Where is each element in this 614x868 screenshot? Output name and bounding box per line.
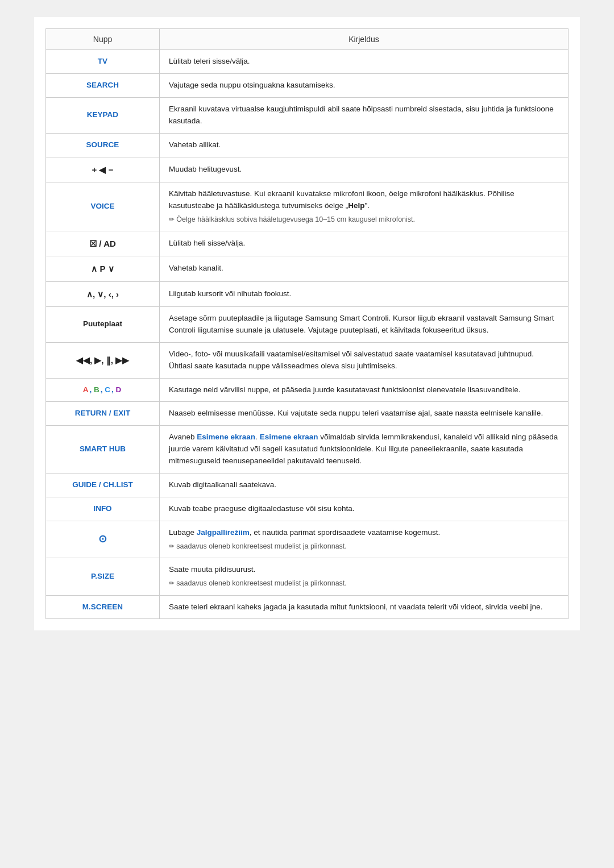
note-text: Öelge häälkäsklus sobiva hääletugevusega… — [169, 214, 559, 225]
table-row: GUIDE / CH.LISTKuvab digitaalkanali saat… — [46, 474, 569, 497]
table-row: INFOKuvab teabe praeguse digitaaledastus… — [46, 497, 569, 521]
table-row: KEYPADEkraanil kuvatava virtuaalse kaugj… — [46, 97, 569, 133]
description-cell-navigate: Liigutab kursorit või nihutab fookust. — [160, 281, 569, 306]
table-row: RETURN / EXITNaaseb eelmisesse menüüsse.… — [46, 402, 569, 426]
description-cell-volume: Muudab helitugevust. — [160, 157, 569, 182]
button-cell-psize: P.SIZE — [46, 558, 160, 595]
col-header-nupp: Nupp — [46, 29, 160, 50]
button-cell-navigate: ∧, ∨, ‹, › — [46, 281, 160, 306]
table-row: VOICEKäivitab hääletuvastuse. Kui ekraan… — [46, 182, 569, 231]
description-cell-mscreen: Saate teleri ekraani kaheks jagada ja ka… — [160, 595, 569, 619]
description-cell-smart_hub: Avaneb Esimene ekraan. Esimene ekraan võ… — [160, 426, 569, 474]
button-cell-info: INFO — [46, 497, 160, 521]
description-cell-sport: Lubage Jalgpallirežiim, et nautida parim… — [160, 521, 569, 558]
button-cell-media: ◀◀, ▶, ‖, ▶▶ — [46, 342, 160, 378]
btn-b: B — [94, 384, 99, 396]
button-cell-source: SOURCE — [46, 133, 160, 157]
button-cell-volume: + ◀ − — [46, 157, 160, 182]
description-cell-keypad: Ekraanil kuvatava virtuaalse kaugjuhtimi… — [160, 97, 569, 133]
description-cell-search: Vajutage seda nuppu otsinguakna kasutami… — [160, 73, 569, 97]
description-cell-psize: Saate muuta pildisuurust.saadavus oleneb… — [160, 558, 569, 595]
button-cell-search: SEARCH — [46, 73, 160, 97]
button-cell-ad: ☒ / AD — [46, 231, 160, 256]
description-cell-source: Vahetab allikat. — [160, 133, 569, 157]
btn-c: C — [105, 384, 110, 396]
note-text: saadavus oleneb konkreetsest mudelist ja… — [169, 578, 559, 589]
table-row: ∧, ∨, ‹, ›Liigutab kursorit või nihutab … — [46, 281, 569, 306]
button-cell-guide: GUIDE / CH.LIST — [46, 474, 160, 497]
table-row: SMART HUBAvaneb Esimene ekraan. Esimene … — [46, 426, 569, 474]
table-row: SOURCEVahetab allikat. — [46, 133, 569, 157]
button-cell-smart_hub: SMART HUB — [46, 426, 160, 474]
table-row: + ◀ −Muudab helitugevust. — [46, 157, 569, 182]
description-cell-tv: Lülitab teleri sisse/välja. — [160, 50, 569, 74]
table-row: TVLülitab teleri sisse/välja. — [46, 50, 569, 74]
button-cell-sport: ⊙ — [46, 521, 160, 558]
button-cell-voice: VOICE — [46, 182, 160, 231]
table-row: ◀◀, ▶, ‖, ▶▶Video-, foto- või muusikafai… — [46, 342, 569, 378]
table-row: P.SIZESaate muuta pildisuurust.saadavus … — [46, 558, 569, 595]
col-header-kirjeldus: Kirjeldus — [160, 29, 569, 50]
button-table: Nupp Kirjeldus TVLülitab teleri sisse/vä… — [45, 28, 569, 619]
description-cell-ad: Lülitab heli sisse/välja. — [160, 231, 569, 256]
description-cell-return: Naaseb eelmisesse menüüsse. Kui vajutate… — [160, 402, 569, 426]
button-cell-keypad: KEYPAD — [46, 97, 160, 133]
button-cell-touchpad: Puuteplaat — [46, 306, 160, 342]
description-cell-touchpad: Asetage sõrm puuteplaadile ja liigutage … — [160, 306, 569, 342]
btn-d: D — [116, 384, 122, 396]
sport-icon: ⊙ — [98, 533, 107, 545]
description-cell-colored: Kasutage neid värvilisi nuppe, et pääsed… — [160, 378, 569, 402]
main-page: Nupp Kirjeldus TVLülitab teleri sisse/vä… — [34, 17, 580, 630]
note-text: saadavus oleneb konkreetsest mudelist ja… — [169, 541, 559, 552]
description-cell-voice: Käivitab hääletuvastuse. Kui ekraanil ku… — [160, 182, 569, 231]
button-cell-channel_pv: ∧ P ∨ — [46, 256, 160, 281]
button-cell-return: RETURN / EXIT — [46, 402, 160, 426]
table-row: SEARCHVajutage seda nuppu otsinguakna ka… — [46, 73, 569, 97]
table-row: ⊙Lubage Jalgpallirežiim, et nautida pari… — [46, 521, 569, 558]
table-row: ∧ P ∨Vahetab kanalit. — [46, 256, 569, 281]
description-cell-channel_pv: Vahetab kanalit. — [160, 256, 569, 281]
button-cell-mscreen: M.SCREEN — [46, 595, 160, 619]
table-row: A, B, C, DKasutage neid värvilisi nuppe,… — [46, 378, 569, 402]
table-row: M.SCREENSaate teleri ekraani kaheks jaga… — [46, 595, 569, 619]
description-cell-info: Kuvab teabe praeguse digitaaledastuse võ… — [160, 497, 569, 521]
table-row: PuuteplaatAsetage sõrm puuteplaadile ja … — [46, 306, 569, 342]
button-cell-colored: A, B, C, D — [46, 378, 160, 402]
button-cell-tv: TV — [46, 50, 160, 74]
btn-a: A — [83, 384, 89, 396]
table-row: ☒ / ADLülitab heli sisse/välja. — [46, 231, 569, 256]
description-cell-guide: Kuvab digitaalkanali saatekava. — [160, 474, 569, 497]
description-cell-media: Video-, foto- või muusikafaili vaatamise… — [160, 342, 569, 378]
